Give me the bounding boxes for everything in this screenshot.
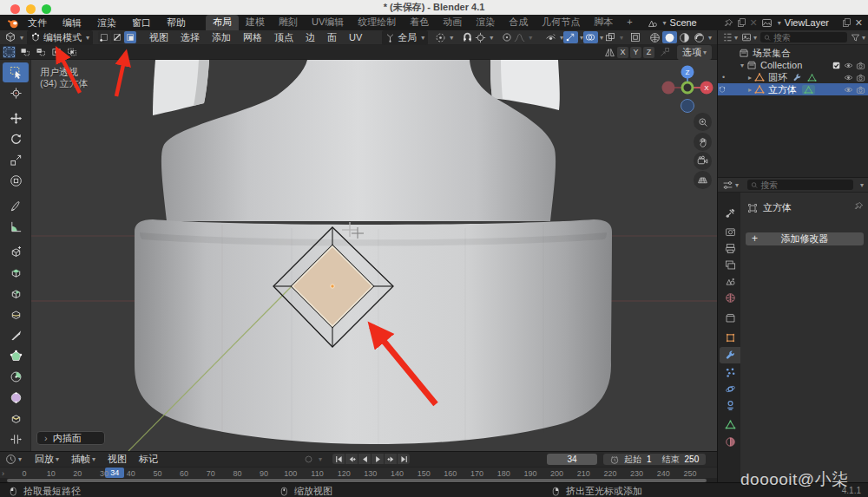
outliner-search-input[interactable]: [773, 33, 844, 43]
timeline-expand-icon[interactable]: ›: [2, 469, 4, 478]
pan-hand-button[interactable]: [694, 133, 712, 151]
timeline-menu-插帧[interactable]: 插帧▾: [65, 453, 102, 466]
render-pass-icon[interactable]: [628, 31, 643, 43]
mirror-y-button[interactable]: Y: [630, 47, 641, 58]
outliner-mode-dropdown-icon[interactable]: ▾: [734, 34, 738, 42]
properties-tab-particles[interactable]: [720, 364, 740, 381]
workspace-tab-布局[interactable]: 布局: [206, 15, 239, 30]
properties-tab-world[interactable]: [720, 290, 740, 306]
viewport-menu-视图[interactable]: 视图: [143, 31, 174, 44]
properties-options-dropdown-icon[interactable]: ▾: [860, 181, 864, 189]
add-modifier-button[interactable]: + 添加修改器: [746, 232, 864, 245]
properties-tab-scene[interactable]: [720, 273, 740, 290]
tool-rotate[interactable]: [3, 129, 29, 149]
workspace-tab-纹理绘制[interactable]: 纹理绘制: [351, 15, 403, 30]
properties-tab-modifiers[interactable]: [720, 347, 740, 363]
properties-tab-material[interactable]: [720, 434, 740, 450]
workspace-tab-合成[interactable]: 合成: [502, 15, 535, 30]
tool-spin[interactable]: [3, 367, 29, 387]
properties-tab-render[interactable]: [720, 224, 740, 240]
select-intersect-icon[interactable]: [65, 46, 78, 58]
workspace-tab-UV编辑[interactable]: UV编辑: [305, 15, 351, 30]
properties-tab-tool[interactable]: [720, 205, 740, 221]
show-gizmo-icon[interactable]: [563, 31, 578, 43]
tool-inset-faces[interactable]: [3, 263, 29, 283]
minimize-window-button[interactable]: [26, 4, 36, 14]
expand-chevron-icon[interactable]: ▾: [729, 62, 744, 69]
camera-icon[interactable]: [856, 73, 865, 82]
tool-loop-cut[interactable]: [3, 304, 29, 324]
select-subtract-icon[interactable]: [34, 46, 47, 58]
scene-icon[interactable]: [647, 17, 658, 29]
properties-tab-object[interactable]: [720, 330, 740, 346]
properties-editor-icon[interactable]: [722, 180, 733, 191]
mesh-data-icon[interactable]: [807, 73, 817, 82]
pin-id-icon[interactable]: [854, 201, 864, 211]
timeline-editor-dropdown-icon[interactable]: ▾: [18, 455, 22, 463]
expand-chevron-icon[interactable]: ▸: [729, 86, 752, 94]
properties-tab-constraints[interactable]: [720, 397, 740, 414]
end-frame-field[interactable]: 250: [685, 454, 700, 464]
shading-solid-icon[interactable]: [662, 31, 677, 43]
tool-move[interactable]: [3, 108, 29, 128]
viewport-menu-面[interactable]: 面: [321, 31, 343, 44]
shading-material-icon[interactable]: [677, 31, 692, 43]
blender-logo-icon[interactable]: [7, 16, 20, 29]
outliner-search[interactable]: [760, 32, 847, 43]
tool-smooth[interactable]: [3, 388, 29, 408]
pin-icon[interactable]: [724, 18, 733, 28]
expand-chevron-icon[interactable]: ▸: [729, 74, 752, 82]
properties-tab-object-data[interactable]: [720, 416, 740, 433]
menu-文件[interactable]: 文件: [20, 15, 55, 30]
scene-dropdown-icon[interactable]: ▾: [663, 19, 667, 27]
jump-start-button[interactable]: [332, 454, 345, 464]
snap-dropdown-icon[interactable]: ▾: [490, 34, 493, 42]
tool-extrude-region[interactable]: [3, 242, 29, 262]
proportional-editing-icon[interactable]: [502, 32, 512, 43]
properties-search[interactable]: [747, 180, 853, 190]
menu-渲染[interactable]: 渲染: [89, 15, 124, 30]
edge-select-mode-button[interactable]: [111, 31, 123, 43]
start-frame-field[interactable]: 1: [647, 454, 652, 464]
properties-tab-physics[interactable]: [720, 381, 740, 397]
shading-wireframe-icon[interactable]: [648, 31, 662, 43]
viewlayer-name-field[interactable]: ViewLayer: [785, 17, 838, 28]
outliner-item-label[interactable]: 立方体: [768, 83, 797, 96]
select-extend-icon[interactable]: [18, 46, 31, 58]
outliner-item-label[interactable]: 圆环: [768, 71, 787, 84]
outliner-row-立方体[interactable]: ▸立方体: [718, 83, 868, 95]
editor-type-3dviewport-icon[interactable]: [4, 31, 16, 43]
jump-end-button[interactable]: [398, 454, 410, 464]
mirror-x-button[interactable]: X: [617, 47, 628, 58]
snap-magnet-icon[interactable]: [462, 32, 473, 43]
viewport-menu-网格[interactable]: 网格: [237, 31, 268, 44]
options-dropdown[interactable]: 选项 ▾: [677, 45, 712, 60]
pivot-dropdown-icon[interactable]: ▾: [450, 34, 453, 42]
properties-tab-output[interactable]: [720, 240, 740, 257]
snap-target-icon[interactable]: [475, 32, 486, 43]
workspace-tab-动画[interactable]: 动画: [436, 15, 469, 30]
add-workspace-button[interactable]: +: [620, 15, 639, 30]
viewport-menu-选择[interactable]: 选择: [174, 31, 206, 44]
zoom-window-button[interactable]: [42, 4, 51, 14]
outliner-row-圆环[interactable]: •▸圆环: [718, 71, 868, 83]
current-frame-field[interactable]: 34: [547, 454, 597, 465]
eye-icon[interactable]: [844, 73, 853, 82]
workspace-tab-雕刻[interactable]: 雕刻: [272, 15, 305, 30]
close-window-button[interactable]: [10, 4, 20, 14]
workspace-tab-着色[interactable]: 着色: [403, 15, 436, 30]
outliner-filter-dropdown-icon[interactable]: ▾: [753, 34, 757, 42]
operator-panel-inset-faces[interactable]: 内插面: [36, 431, 105, 445]
next-keyframe-button[interactable]: [385, 454, 397, 464]
camera-icon[interactable]: [856, 61, 865, 70]
workspace-tab-渲染[interactable]: 渲染: [469, 15, 502, 30]
editor-type-dropdown-icon[interactable]: ▾: [20, 34, 23, 42]
xray-toggle-icon[interactable]: [603, 31, 618, 43]
shading-dropdown-icon[interactable]: ▾: [708, 34, 712, 42]
camera-view-button[interactable]: [694, 152, 712, 170]
mesh-data-badge-icon[interactable]: [802, 85, 815, 95]
menu-帮助[interactable]: 帮助: [159, 15, 194, 30]
viewport-menu-添加[interactable]: 添加: [206, 31, 237, 44]
tool-cursor[interactable]: [3, 83, 29, 103]
tool-bevel[interactable]: [3, 284, 29, 304]
